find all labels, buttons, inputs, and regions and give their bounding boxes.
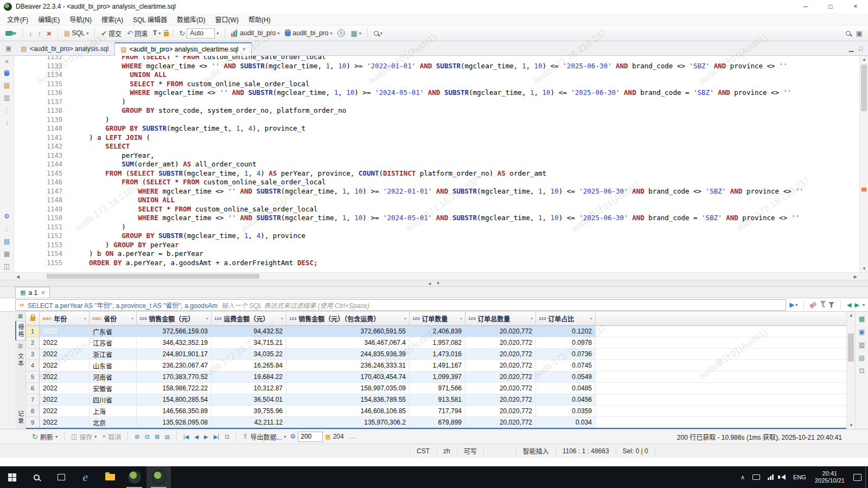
- action-center-button[interactable]: [850, 466, 865, 488]
- grid-cell[interactable]: 河南省: [90, 371, 137, 383]
- column-header[interactable]: 123销售金额（元）（包含运费）▾: [286, 312, 410, 326]
- panel-value-viewer-icon[interactable]: ▣: [859, 328, 865, 336]
- taskbar-clock[interactable]: 20:41 2025/10/21: [810, 470, 850, 484]
- add-row-icon[interactable]: ⊞: [133, 434, 141, 440]
- code-line[interactable]: ) b ON a.perYear = b.perYear: [89, 249, 859, 259]
- code-line[interactable]: perYear,: [89, 151, 859, 160]
- show-desktop-button[interactable]: [865, 466, 868, 488]
- refresh-button[interactable]: ↻ 刷新 ▾: [30, 432, 59, 442]
- column-filter-caret-icon[interactable]: ▾: [460, 316, 462, 321]
- grid-cell[interactable]: 244,835,936.39: [286, 349, 410, 360]
- editor-vertical-scrollbar[interactable]: ▲ ▼: [859, 56, 868, 272]
- menu-database[interactable]: 数据库(D): [172, 15, 210, 24]
- grid-cell[interactable]: 20,020,772: [465, 417, 536, 428]
- grid-cell[interactable]: 158,986,722.22: [137, 383, 212, 394]
- row-number-cell[interactable]: 4: [26, 360, 40, 371]
- rollback-button[interactable]: ↶ 回滚: [125, 28, 150, 39]
- row-number-cell[interactable]: 8: [26, 406, 40, 417]
- column-filter-caret-icon[interactable]: ▾: [206, 316, 208, 321]
- erase-filter-icon[interactable]: [809, 301, 817, 309]
- filter-expression-input[interactable]: ‹› SELECT a.perYear AS "年份", a.province_…: [15, 299, 786, 311]
- volume-tray-icon[interactable]: [777, 466, 789, 488]
- grid-cell[interactable]: 346,432,352.19: [137, 337, 212, 349]
- grid-cell[interactable]: 20,020,772: [465, 383, 536, 394]
- editor-maximize-icon[interactable]: □: [859, 45, 863, 52]
- datasource-icon[interactable]: [4, 72, 9, 76]
- grid-cell[interactable]: 2022: [40, 383, 90, 394]
- reconnect-button[interactable]: ↑: [36, 29, 44, 38]
- grid-cell[interactable]: 0.0456: [536, 394, 596, 406]
- grid-cell[interactable]: 0.0359: [536, 406, 596, 417]
- row-number-cell[interactable]: 6: [26, 383, 40, 394]
- grid-cell[interactable]: 2022: [40, 360, 90, 371]
- row-number-cell[interactable]: 2: [26, 337, 40, 349]
- menu-search[interactable]: 搜索(A): [97, 15, 128, 24]
- grid-cell[interactable]: 36,504.01: [212, 394, 286, 406]
- filter-history-forward-icon[interactable]: ▶: [855, 301, 859, 309]
- code-line[interactable]: GROUP BY SUBSTR(mgclear_time, 1, 4), pro…: [89, 232, 859, 241]
- settings-gear-icon[interactable]: ⚙: [4, 213, 10, 220]
- code-line[interactable]: SELECT: [89, 142, 859, 151]
- grid-cell[interactable]: 19,684.22: [212, 371, 286, 383]
- grid-cell[interactable]: 170,383,770.52: [137, 371, 212, 383]
- panel-refs-icon[interactable]: ⊡: [859, 367, 864, 375]
- annotation-marker[interactable]: [861, 188, 866, 191]
- grid-cell[interactable]: 上海: [90, 406, 137, 417]
- save-button[interactable]: ◫ 保存 ▾: [69, 432, 98, 442]
- side-tab-text[interactable]: 文本: [16, 351, 25, 369]
- start-button[interactable]: [0, 466, 24, 488]
- column-header[interactable]: 123订单总数量▾: [465, 312, 536, 326]
- code-line[interactable]: ) a LEFT JOIN (: [89, 133, 859, 143]
- editor-results-sash[interactable]: ▲ ▼: [0, 280, 868, 287]
- filter-history-back-icon[interactable]: ◀: [847, 301, 851, 309]
- output-icon[interactable]: ◫: [4, 262, 10, 270]
- grid-cell[interactable]: 913,581: [410, 394, 465, 406]
- overflow-dots-icon[interactable]: ⋮: [4, 106, 10, 114]
- menu-help[interactable]: 帮助(H): [244, 15, 276, 24]
- grid-cell[interactable]: 20,020,772: [465, 349, 536, 360]
- export-result-icon[interactable]: ▤: [4, 237, 10, 245]
- grid-cell[interactable]: 146,568,350.89: [137, 406, 212, 417]
- grid-cell[interactable]: 2022: [40, 349, 90, 360]
- code-line[interactable]: WHERE mgclear_time <> '' AND SUBSTR(mgcl…: [89, 62, 859, 71]
- remove-filter-button[interactable]: ×: [820, 301, 825, 309]
- code-editor-area[interactable]: FROM (SELECT * FROM custom_online_sale_o…: [89, 56, 859, 272]
- file-explorer-button[interactable]: [98, 466, 122, 488]
- grid-cell[interactable]: 170,403,454.74: [286, 371, 410, 383]
- column-filter-caret-icon[interactable]: ▾: [131, 316, 133, 321]
- grid-cell[interactable]: 10,312.87: [212, 383, 286, 394]
- edit-row-icon[interactable]: ▤: [163, 434, 171, 440]
- fetch-size-input[interactable]: [298, 432, 323, 442]
- autocommit-combo[interactable]: Auto: [187, 28, 215, 38]
- grid-cell[interactable]: 971,566: [410, 383, 465, 394]
- sql-editor-button[interactable]: ▤ SQL ▾: [62, 28, 91, 38]
- language-indicator[interactable]: ENG: [789, 466, 810, 488]
- column-header[interactable]: 123销售金额（元）▾: [137, 312, 212, 326]
- scrollbar-thumb[interactable]: [848, 333, 854, 362]
- display-tray-icon[interactable]: [749, 466, 764, 488]
- grid-cell[interactable]: 2,406,839: [410, 326, 465, 337]
- grid-cell[interactable]: 717,794: [410, 406, 465, 417]
- code-line[interactable]: FROM (SELECT * FROM custom_online_sale_o…: [89, 56, 859, 62]
- column-header[interactable]: ABC年份▾: [40, 312, 90, 326]
- grid-cell[interactable]: 20,020,772: [465, 371, 536, 383]
- results-grid[interactable]: ABC年份▾ABC省份▾123销售金额（元）▾123运费金额（元）▾123销售金…: [26, 312, 846, 429]
- last-row-icon[interactable]: ▶|: [212, 434, 221, 440]
- grid-cell[interactable]: 42,211.12: [212, 417, 286, 428]
- editor-horizontal-scrollbar[interactable]: ◀ ▶: [0, 272, 868, 280]
- transaction-mode-button[interactable]: T ▾: [151, 28, 163, 38]
- grid-cell[interactable]: 1,491,167: [410, 360, 465, 371]
- scrollbar-thumb[interactable]: [861, 65, 867, 111]
- column-header[interactable]: 123运费金额（元）▾: [212, 312, 286, 326]
- sync-connection-button[interactable]: ↻: [335, 28, 347, 38]
- taskbar-search-button[interactable]: [24, 466, 49, 488]
- grid-cell[interactable]: 安徽省: [90, 383, 137, 394]
- code-line[interactable]: WHERE mgclear_time <> '' AND SUBSTR(mgcl…: [89, 214, 859, 223]
- next-row-icon[interactable]: ▶: [202, 434, 210, 440]
- tray-chevron-icon[interactable]: ∧: [737, 466, 749, 488]
- grid-cell[interactable]: 0.0736: [536, 349, 596, 360]
- column-filter-caret-icon[interactable]: ▾: [84, 316, 86, 321]
- dbeaver-taskbar-button[interactable]: [122, 466, 146, 488]
- editor-minimize-icon[interactable]: ▁: [849, 45, 853, 52]
- code-line[interactable]: GROUP BY store_code, system_order_no, pl…: [89, 106, 859, 115]
